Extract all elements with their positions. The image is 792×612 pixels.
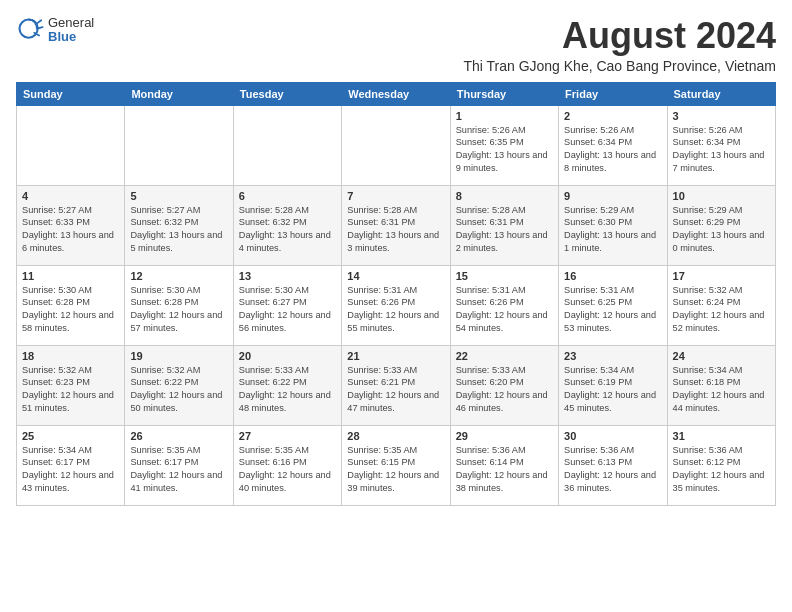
day-number-7: 7 [347,190,444,202]
main-title: August 2024 [463,16,776,56]
header-friday: Friday [559,82,667,105]
week-row-2: 11Sunrise: 5:30 AM Sunset: 6:28 PM Dayli… [17,265,776,345]
day-detail-19: Sunrise: 5:32 AM Sunset: 6:22 PM Dayligh… [130,364,227,416]
calendar-body: 1Sunrise: 5:26 AM Sunset: 6:35 PM Daylig… [17,105,776,505]
calendar-cell-1-5: 9Sunrise: 5:29 AM Sunset: 6:30 PM Daylig… [559,185,667,265]
calendar-cell-0-1 [125,105,233,185]
header: General Blue August 2024 Thi Tran GJong … [16,16,776,74]
day-detail-26: Sunrise: 5:35 AM Sunset: 6:17 PM Dayligh… [130,444,227,496]
day-number-6: 6 [239,190,336,202]
week-row-3: 18Sunrise: 5:32 AM Sunset: 6:23 PM Dayli… [17,345,776,425]
day-detail-5: Sunrise: 5:27 AM Sunset: 6:32 PM Dayligh… [130,204,227,256]
day-detail-9: Sunrise: 5:29 AM Sunset: 6:30 PM Dayligh… [564,204,661,256]
day-number-16: 16 [564,270,661,282]
calendar-cell-4-2: 27Sunrise: 5:35 AM Sunset: 6:16 PM Dayli… [233,425,341,505]
week-row-0: 1Sunrise: 5:26 AM Sunset: 6:35 PM Daylig… [17,105,776,185]
day-detail-7: Sunrise: 5:28 AM Sunset: 6:31 PM Dayligh… [347,204,444,256]
day-number-23: 23 [564,350,661,362]
calendar-cell-2-0: 11Sunrise: 5:30 AM Sunset: 6:28 PM Dayli… [17,265,125,345]
calendar-cell-3-4: 22Sunrise: 5:33 AM Sunset: 6:20 PM Dayli… [450,345,558,425]
day-detail-25: Sunrise: 5:34 AM Sunset: 6:17 PM Dayligh… [22,444,119,496]
logo-icon [16,16,44,44]
calendar-cell-2-5: 16Sunrise: 5:31 AM Sunset: 6:25 PM Dayli… [559,265,667,345]
calendar-table: Sunday Monday Tuesday Wednesday Thursday… [16,82,776,506]
day-detail-28: Sunrise: 5:35 AM Sunset: 6:15 PM Dayligh… [347,444,444,496]
calendar-cell-1-1: 5Sunrise: 5:27 AM Sunset: 6:32 PM Daylig… [125,185,233,265]
calendar-cell-0-6: 3Sunrise: 5:26 AM Sunset: 6:34 PM Daylig… [667,105,775,185]
calendar-cell-3-5: 23Sunrise: 5:34 AM Sunset: 6:19 PM Dayli… [559,345,667,425]
day-detail-1: Sunrise: 5:26 AM Sunset: 6:35 PM Dayligh… [456,124,553,176]
day-number-17: 17 [673,270,770,282]
calendar-cell-3-2: 20Sunrise: 5:33 AM Sunset: 6:22 PM Dayli… [233,345,341,425]
day-detail-13: Sunrise: 5:30 AM Sunset: 6:27 PM Dayligh… [239,284,336,336]
day-number-26: 26 [130,430,227,442]
calendar-cell-3-3: 21Sunrise: 5:33 AM Sunset: 6:21 PM Dayli… [342,345,450,425]
calendar-cell-4-6: 31Sunrise: 5:36 AM Sunset: 6:12 PM Dayli… [667,425,775,505]
calendar-cell-2-6: 17Sunrise: 5:32 AM Sunset: 6:24 PM Dayli… [667,265,775,345]
day-detail-22: Sunrise: 5:33 AM Sunset: 6:20 PM Dayligh… [456,364,553,416]
logo-general: General [48,16,94,30]
header-sunday: Sunday [17,82,125,105]
calendar-cell-0-4: 1Sunrise: 5:26 AM Sunset: 6:35 PM Daylig… [450,105,558,185]
day-detail-12: Sunrise: 5:30 AM Sunset: 6:28 PM Dayligh… [130,284,227,336]
day-detail-18: Sunrise: 5:32 AM Sunset: 6:23 PM Dayligh… [22,364,119,416]
calendar-cell-1-6: 10Sunrise: 5:29 AM Sunset: 6:29 PM Dayli… [667,185,775,265]
day-detail-23: Sunrise: 5:34 AM Sunset: 6:19 PM Dayligh… [564,364,661,416]
day-number-22: 22 [456,350,553,362]
day-detail-10: Sunrise: 5:29 AM Sunset: 6:29 PM Dayligh… [673,204,770,256]
week-row-4: 25Sunrise: 5:34 AM Sunset: 6:17 PM Dayli… [17,425,776,505]
day-number-24: 24 [673,350,770,362]
day-number-27: 27 [239,430,336,442]
header-wednesday: Wednesday [342,82,450,105]
header-tuesday: Tuesday [233,82,341,105]
day-number-11: 11 [22,270,119,282]
day-number-19: 19 [130,350,227,362]
day-number-15: 15 [456,270,553,282]
calendar-cell-4-0: 25Sunrise: 5:34 AM Sunset: 6:17 PM Dayli… [17,425,125,505]
calendar-cell-3-1: 19Sunrise: 5:32 AM Sunset: 6:22 PM Dayli… [125,345,233,425]
day-detail-30: Sunrise: 5:36 AM Sunset: 6:13 PM Dayligh… [564,444,661,496]
logo: General Blue [16,16,94,45]
calendar-cell-0-0 [17,105,125,185]
calendar-cell-1-0: 4Sunrise: 5:27 AM Sunset: 6:33 PM Daylig… [17,185,125,265]
calendar-cell-4-4: 29Sunrise: 5:36 AM Sunset: 6:14 PM Dayli… [450,425,558,505]
day-detail-29: Sunrise: 5:36 AM Sunset: 6:14 PM Dayligh… [456,444,553,496]
calendar-cell-0-5: 2Sunrise: 5:26 AM Sunset: 6:34 PM Daylig… [559,105,667,185]
logo-text: General Blue [48,16,94,45]
page-container: General Blue August 2024 Thi Tran GJong … [16,16,776,506]
day-detail-20: Sunrise: 5:33 AM Sunset: 6:22 PM Dayligh… [239,364,336,416]
calendar-cell-1-2: 6Sunrise: 5:28 AM Sunset: 6:32 PM Daylig… [233,185,341,265]
day-detail-27: Sunrise: 5:35 AM Sunset: 6:16 PM Dayligh… [239,444,336,496]
day-number-3: 3 [673,110,770,122]
day-detail-15: Sunrise: 5:31 AM Sunset: 6:26 PM Dayligh… [456,284,553,336]
calendar-cell-0-2 [233,105,341,185]
day-number-31: 31 [673,430,770,442]
day-detail-8: Sunrise: 5:28 AM Sunset: 6:31 PM Dayligh… [456,204,553,256]
day-number-5: 5 [130,190,227,202]
day-number-30: 30 [564,430,661,442]
header-saturday: Saturday [667,82,775,105]
calendar-cell-2-1: 12Sunrise: 5:30 AM Sunset: 6:28 PM Dayli… [125,265,233,345]
day-detail-16: Sunrise: 5:31 AM Sunset: 6:25 PM Dayligh… [564,284,661,336]
day-number-29: 29 [456,430,553,442]
day-number-9: 9 [564,190,661,202]
day-number-28: 28 [347,430,444,442]
day-number-25: 25 [22,430,119,442]
day-detail-14: Sunrise: 5:31 AM Sunset: 6:26 PM Dayligh… [347,284,444,336]
header-thursday: Thursday [450,82,558,105]
calendar-cell-2-2: 13Sunrise: 5:30 AM Sunset: 6:27 PM Dayli… [233,265,341,345]
day-detail-4: Sunrise: 5:27 AM Sunset: 6:33 PM Dayligh… [22,204,119,256]
calendar-cell-3-0: 18Sunrise: 5:32 AM Sunset: 6:23 PM Dayli… [17,345,125,425]
day-number-4: 4 [22,190,119,202]
day-detail-24: Sunrise: 5:34 AM Sunset: 6:18 PM Dayligh… [673,364,770,416]
day-number-2: 2 [564,110,661,122]
day-number-1: 1 [456,110,553,122]
day-detail-21: Sunrise: 5:33 AM Sunset: 6:21 PM Dayligh… [347,364,444,416]
calendar-cell-0-3 [342,105,450,185]
day-number-20: 20 [239,350,336,362]
calendar-cell-4-5: 30Sunrise: 5:36 AM Sunset: 6:13 PM Dayli… [559,425,667,505]
calendar-cell-3-6: 24Sunrise: 5:34 AM Sunset: 6:18 PM Dayli… [667,345,775,425]
day-number-8: 8 [456,190,553,202]
day-detail-17: Sunrise: 5:32 AM Sunset: 6:24 PM Dayligh… [673,284,770,336]
day-number-10: 10 [673,190,770,202]
